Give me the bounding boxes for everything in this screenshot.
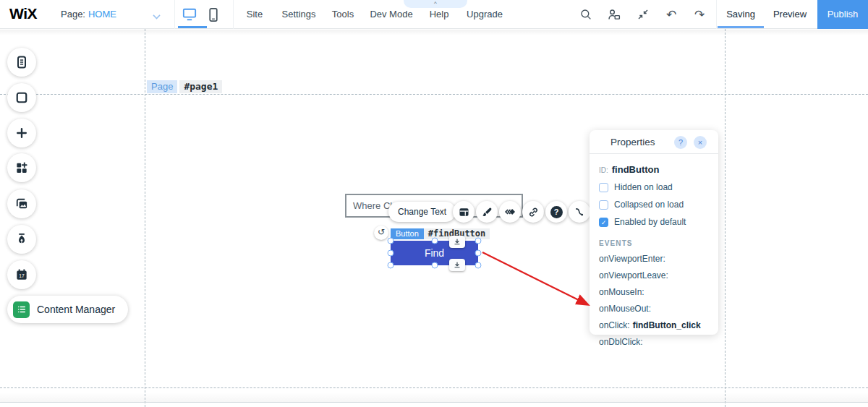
- event-value: findButton_click: [633, 320, 701, 330]
- desktop-active-indicator: [178, 26, 207, 28]
- media-icon: [14, 197, 29, 211]
- page-selector-value: HOME: [88, 9, 116, 20]
- publish-button[interactable]: Publish: [817, 0, 868, 29]
- mobile-icon: [208, 7, 219, 22]
- topbar-divider: [174, 0, 175, 29]
- selection-handle-sw[interactable]: [388, 262, 394, 269]
- id-label: ID:: [599, 166, 608, 174]
- svg-text:17: 17: [19, 273, 25, 278]
- help-icon: ?: [678, 138, 683, 147]
- checkbox-enabled-by-default[interactable]: ✓ Enabled by default: [599, 217, 709, 227]
- menu-site[interactable]: Site: [247, 0, 263, 29]
- checkbox-collapsed-on-load[interactable]: Collapsed on load: [599, 200, 709, 210]
- checkbox-label: Enabled by default: [614, 217, 686, 227]
- page-chip[interactable]: Page: [147, 80, 177, 93]
- sidebar-add-apps-button[interactable]: [7, 153, 36, 182]
- page-selection-label[interactable]: Page #page1: [147, 80, 222, 93]
- properties-title: Properties: [610, 130, 655, 154]
- checkbox-checked-icon[interactable]: ✓: [599, 218, 608, 227]
- checkbox-icon[interactable]: [599, 200, 608, 210]
- undo-button[interactable]: ↶: [663, 7, 680, 22]
- page-selector[interactable]: Page:HOME: [61, 0, 116, 29]
- menu-settings[interactable]: Settings: [282, 0, 316, 29]
- stretch-handle-top[interactable]: [449, 236, 465, 248]
- selection-label: Button #findButton: [391, 228, 490, 239]
- event-onviewportenter[interactable]: onViewportEnter:: [599, 254, 709, 264]
- help-icon: ?: [550, 206, 563, 218]
- help-tool-button[interactable]: ?: [545, 201, 567, 223]
- stretch-handle-bottom[interactable]: [449, 259, 465, 271]
- invite-people-button[interactable]: [605, 7, 623, 22]
- element-id-row: ID:findButton: [599, 164, 709, 175]
- event-onclick[interactable]: onClick:findButton_click: [599, 320, 709, 330]
- wix-logo[interactable]: WiX: [9, 5, 37, 22]
- sidebar-menus-pages-button[interactable]: [7, 48, 36, 77]
- selection-handle-n[interactable]: [432, 238, 438, 244]
- background-icon: [14, 90, 29, 105]
- zoom-fit-button[interactable]: [634, 7, 652, 22]
- panel-close-button[interactable]: ×: [694, 136, 707, 149]
- event-ondblclick[interactable]: onDblClick:: [599, 337, 709, 347]
- sidebar-add-button[interactable]: [7, 119, 36, 147]
- menu-upgrade[interactable]: Upgrade: [467, 0, 503, 29]
- menu-tools[interactable]: Tools: [332, 0, 354, 29]
- content-manager-button[interactable]: Content Manager: [7, 296, 128, 323]
- redo-icon: ↷: [694, 7, 705, 22]
- selection-handle-ne[interactable]: [475, 238, 482, 244]
- search-button[interactable]: [577, 7, 595, 22]
- sidebar-background-button[interactable]: [7, 83, 36, 112]
- redo-button[interactable]: ↷: [691, 7, 708, 22]
- event-onmouseout[interactable]: onMouseOut:: [599, 304, 709, 314]
- event-name: onMouseOut:: [599, 304, 651, 314]
- event-name: onDblClick:: [599, 337, 643, 347]
- stretch-down-icon: [453, 238, 461, 247]
- connect-data-tool-button[interactable]: [569, 201, 590, 223]
- page-id-chip[interactable]: #page1: [179, 80, 222, 93]
- link-tool-button[interactable]: [522, 201, 544, 223]
- event-name: onViewportLeave:: [599, 270, 668, 280]
- events-section-label: EVENTS: [599, 239, 709, 247]
- event-onmousein[interactable]: onMouseIn:: [599, 287, 709, 297]
- content-manager-label: Content Manager: [37, 304, 115, 315]
- animation-icon: [503, 205, 516, 218]
- collapsed-tooltip-balloon[interactable]: ^: [404, 0, 467, 8]
- design-brush-icon: [481, 206, 493, 218]
- selection-handle-nw[interactable]: [388, 238, 394, 244]
- desktop-icon: [182, 7, 197, 22]
- selection-handle-w[interactable]: [388, 250, 394, 257]
- footer-divider: [0, 402, 868, 403]
- change-text-label: Change Text: [398, 207, 446, 217]
- preview-button[interactable]: Preview: [773, 0, 807, 29]
- add-apps-icon: [14, 160, 29, 175]
- layout-icon: [458, 206, 470, 218]
- link-icon: [527, 206, 540, 218]
- page-right-guide: [725, 29, 726, 407]
- sidebar-media-button[interactable]: [7, 189, 36, 218]
- checkbox-hidden-on-load[interactable]: Hidden on load: [599, 182, 709, 192]
- chevron-down-icon[interactable]: [153, 12, 160, 19]
- add-icon: [14, 126, 29, 140]
- section-bottom-guide: [0, 387, 868, 388]
- layout-tool-button[interactable]: [453, 201, 475, 223]
- rotate-handle[interactable]: ↺: [374, 226, 388, 240]
- search-icon: [579, 8, 592, 21]
- selection-handle-e[interactable]: [475, 250, 482, 257]
- design-tool-button[interactable]: [476, 201, 498, 223]
- event-onviewportleave[interactable]: onViewportLeave:: [599, 270, 709, 280]
- selection-handle-s[interactable]: [432, 262, 438, 269]
- section-top-guide: [0, 94, 868, 95]
- undo-icon: ↶: [666, 7, 676, 22]
- change-text-button[interactable]: Change Text: [388, 202, 456, 222]
- panel-help-button[interactable]: ?: [674, 136, 687, 149]
- sidebar-bookings-button[interactable]: 17: [7, 260, 36, 289]
- desktop-view-button[interactable]: [180, 6, 199, 23]
- page-selector-label: Page:: [61, 9, 85, 20]
- selection-handle-se[interactable]: [475, 262, 482, 269]
- checkbox-icon[interactable]: [599, 183, 608, 192]
- sidebar-design-button[interactable]: [7, 225, 36, 254]
- zoom-fit-icon: [637, 8, 650, 21]
- animation-tool-button[interactable]: [499, 201, 521, 223]
- page-left-guide: [145, 29, 145, 407]
- checkbox-label: Collapsed on load: [614, 200, 684, 210]
- mobile-view-button[interactable]: [204, 6, 223, 23]
